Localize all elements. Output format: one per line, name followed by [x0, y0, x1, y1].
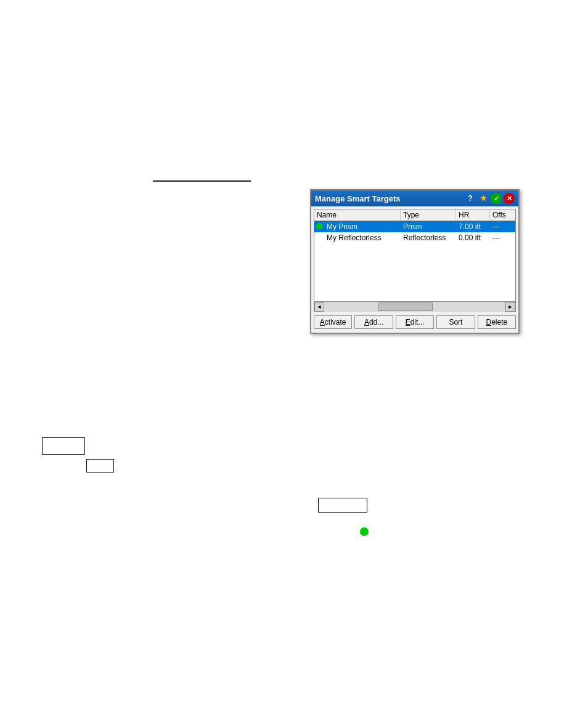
edit-button[interactable]: Edit...	[396, 315, 434, 329]
row-hr-1: 7.00 ift	[456, 222, 490, 232]
targets-table-wrapper: Name Type HR Offs My Prism Prism 7.00 if…	[314, 209, 516, 312]
row-type-2: Reflectorless	[401, 233, 456, 243]
row-offs-2: ---	[490, 233, 508, 243]
table-header: Name Type HR Offs	[314, 209, 515, 221]
row-name-1: My Prism	[324, 222, 401, 232]
table-rows: My Prism Prism 7.00 ift --- My Reflector…	[314, 221, 515, 301]
horizontal-scrollbar[interactable]: ◄ ►	[314, 301, 515, 311]
dialog-titlebar: Manage Smart Targets ? ★ ✓ ✕	[311, 190, 518, 206]
table-row[interactable]: My Prism Prism 7.00 ift ---	[314, 221, 515, 232]
status-dot	[360, 527, 369, 536]
scroll-right-button[interactable]: ►	[505, 302, 515, 312]
dialog-title: Manage Smart Targets	[315, 194, 400, 203]
scroll-track[interactable]	[324, 302, 505, 312]
row-type-1: Prism	[401, 222, 456, 232]
row-offs-1: ---	[490, 222, 508, 232]
scroll-thumb[interactable]	[378, 302, 433, 311]
help-icon[interactable]: ?	[465, 193, 476, 204]
small-box-2	[86, 459, 114, 473]
active-indicator	[314, 222, 324, 231]
delete-button[interactable]: Delete	[478, 315, 516, 329]
titlebar-icons: ? ★ ✓ ✕	[465, 193, 515, 204]
col-header-hr: HR	[456, 209, 490, 221]
activate-button[interactable]: Activate	[314, 315, 352, 329]
add-button[interactable]: Add...	[354, 315, 393, 329]
close-icon[interactable]: ✕	[504, 193, 515, 204]
underline-text: ______________________	[153, 172, 251, 182]
col-header-name: Name	[314, 209, 401, 221]
row-hr-2: 0.00 ift	[456, 233, 490, 243]
table-row[interactable]: My Reflectorless Reflectorless 0.00 ift …	[314, 232, 515, 243]
dialog-body: Name Type HR Offs My Prism Prism 7.00 if…	[311, 206, 518, 333]
dialog-buttons: Activate Add... Edit... Sort Delete	[314, 314, 516, 330]
row-name-2: My Reflectorless	[324, 233, 401, 243]
medium-box	[318, 498, 367, 513]
scroll-left-button[interactable]: ◄	[314, 302, 324, 312]
active-dot	[316, 223, 322, 229]
col-header-type: Type	[401, 209, 456, 221]
manage-smart-targets-dialog: Manage Smart Targets ? ★ ✓ ✕ Name Type H…	[310, 189, 520, 334]
small-box-1	[42, 437, 85, 455]
check-icon[interactable]: ✓	[491, 193, 502, 204]
star-icon[interactable]: ★	[478, 193, 489, 204]
col-header-offs: Offs	[490, 209, 508, 221]
sort-button[interactable]: Sort	[436, 315, 475, 329]
